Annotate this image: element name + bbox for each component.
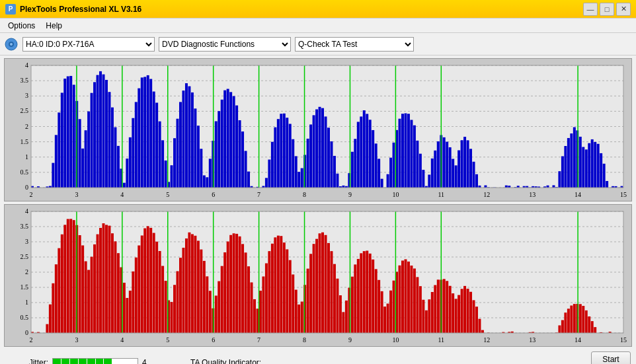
start-section: Start i <box>591 351 631 364</box>
main-content <box>0 55 636 349</box>
ta-quality-section: TA Quality Indicator: Very Good <box>190 358 261 364</box>
menu-options[interactable]: Options <box>3 20 40 32</box>
top-chart-canvas <box>5 59 631 201</box>
maximize-button[interactable]: □ <box>600 3 614 16</box>
close-button[interactable]: ✕ <box>616 3 631 16</box>
jitter-row: Jitter: 4 <box>5 358 177 364</box>
top-chart <box>4 58 632 201</box>
svg-point-2 <box>10 43 13 46</box>
metrics-section: Jitter: 4 Peak Shift: 4 <box>5 358 177 364</box>
jitter-label: Jitter: <box>5 358 48 364</box>
drive-select[interactable]: HA:0 ID:0 PX-716A <box>22 37 155 52</box>
drive-icon <box>4 37 19 52</box>
title-bar: P PlexTools Professional XL V3.16 — □ ✕ <box>0 0 636 18</box>
start-button[interactable]: Start <box>591 351 631 364</box>
app-icon: P <box>5 4 16 15</box>
toolbar: HA:0 ID:0 PX-716A DVD Diagnostic Functio… <box>0 33 636 55</box>
bottom-chart <box>4 204 632 347</box>
bottom-chart-canvas <box>5 205 631 346</box>
menu-bar: Options Help <box>0 18 636 33</box>
test-select[interactable]: Q-Check TA Test <box>295 37 414 52</box>
menu-help[interactable]: Help <box>40 20 67 32</box>
ta-quality-label: TA Quality Indicator: <box>190 358 261 364</box>
minimize-button[interactable]: — <box>583 3 598 16</box>
function-select[interactable]: DVD Diagnostic Functions <box>159 37 291 52</box>
jitter-value: 4 <box>142 358 153 364</box>
window-title: PlexTools Professional XL V3.16 <box>20 5 581 14</box>
bottom-panel: Jitter: 4 Peak Shift: 4 TA Quality Indic… <box>0 349 636 364</box>
jitter-progress <box>52 358 138 364</box>
